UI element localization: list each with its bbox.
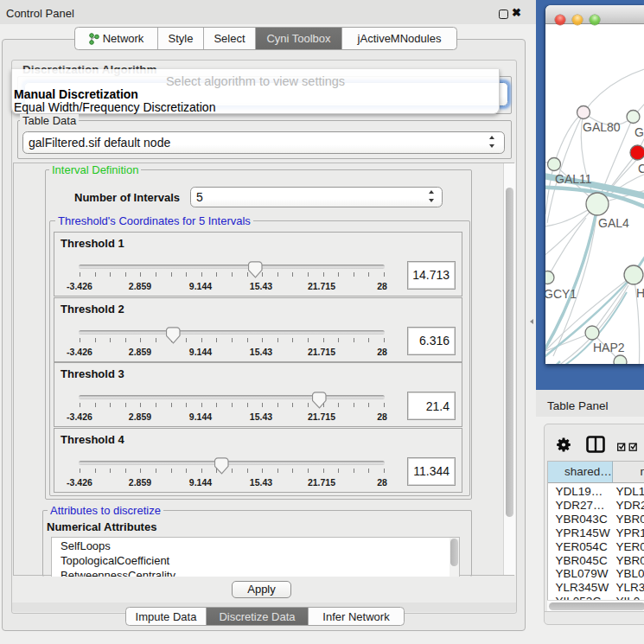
svg-text:C: C [638,162,644,175]
svg-text:H: H [636,286,644,300]
svg-text:GAL80: GAL80 [583,120,621,134]
svg-text:GCY1: GCY1 [545,287,577,301]
svg-text:GAL11: GAL11 [555,172,592,186]
svg-text:HAP2: HAP2 [593,341,625,354]
svg-text:GAL4: GAL4 [598,216,629,230]
svg-text:GA: GA [634,125,644,139]
